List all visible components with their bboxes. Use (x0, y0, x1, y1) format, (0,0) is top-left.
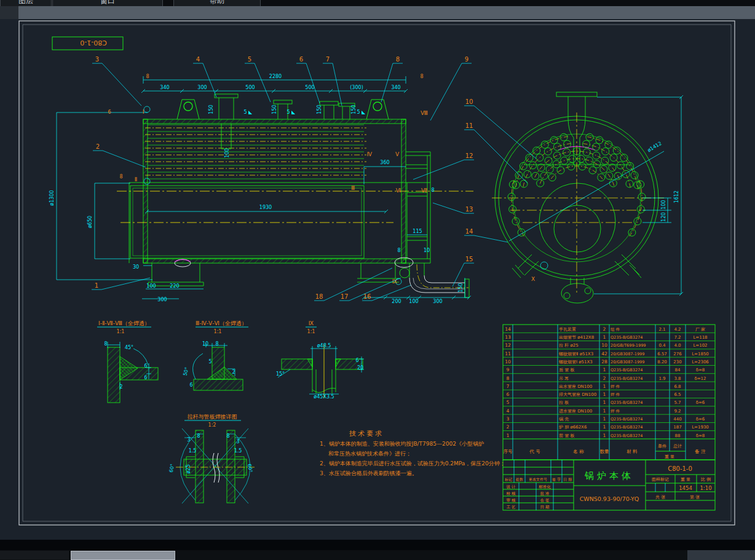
dim-label: 8 (197, 433, 200, 439)
dim-label: 100 (146, 283, 156, 289)
bom-header-code: 代 号 (529, 449, 540, 454)
bom-cell: 4 (507, 408, 510, 414)
dim-label: 300 (157, 297, 167, 302)
bom-cell: 13 (505, 334, 511, 340)
dim-label: Ⅳ (367, 151, 373, 157)
dim-label: Ⅸ (309, 320, 314, 326)
dim-label: 300 (433, 299, 442, 304)
dim-label: 20 (357, 365, 363, 371)
bom-cell: 吊 耳 (559, 376, 569, 381)
dim-label: (300) (350, 85, 363, 90)
bom-cell: δ=6 (696, 400, 705, 405)
title-scale-label: 比 例 (701, 477, 711, 482)
bom-cell: 20/GB3087-1999 (611, 360, 644, 365)
title-weight-label: 重 量 (681, 477, 690, 482)
bom-cell: 出烟管节 ø412X8 (559, 335, 594, 340)
dim-label: Ⅵ (396, 187, 401, 194)
dim-label: 6 (355, 358, 358, 363)
bom-cell: 20/GB/T699-1999 (611, 343, 646, 348)
bom-header-name: 名 称 (573, 449, 584, 454)
balloon-number: 17 (341, 293, 349, 300)
bom-cell: 6.57 (657, 352, 667, 357)
dim-label: 2280 (269, 74, 282, 79)
dim-label: 1.5 (189, 448, 197, 454)
balloon-number: 13 (465, 206, 473, 213)
bom-cell: 88 (675, 433, 681, 438)
tech-req-line: 和常压热水锅炉技术条件》进行； (328, 449, 510, 459)
dim-label: 1930 (259, 205, 272, 210)
balloon-number: 9 (465, 56, 468, 63)
bom-cell: 前 管 板 (559, 433, 574, 438)
dim-label: 500 (245, 85, 255, 90)
dim-label: ø45X3.5 (314, 394, 334, 400)
role-approve: 批 准 (540, 491, 550, 496)
balloon-number: 16 (363, 293, 371, 300)
dim-label: 6 (144, 363, 147, 369)
balloon-number: 6 (299, 56, 303, 63)
dim-label: Ⅱ (135, 176, 137, 183)
stamp-drawing-no: C80-1-0 (80, 39, 107, 47)
bom-cell: 组 件 (611, 327, 620, 332)
bom-cell: 手孔装置 (559, 327, 576, 332)
menu-item-window[interactable]: 窗口 (52, 0, 163, 6)
bom-cell: Q235-B/GB3274 (611, 417, 642, 422)
title-stamp-label: 图样标记 (652, 477, 669, 482)
dim-label: 300 (197, 85, 207, 90)
dim-label: ø1300 (49, 190, 55, 205)
bom-header-unit: 单件 (658, 444, 666, 449)
tech-req-line: 3、水压试验合格后外表刷防锈漆一遍。 (320, 468, 510, 478)
bom-cell: 8 (507, 376, 510, 381)
bom-cell: L=102 (693, 343, 707, 348)
dim-label: 1:1 (214, 329, 222, 334)
dim-label: 220 (170, 283, 179, 289)
dim-label: 1612 (674, 191, 679, 203)
bom-cell: 1 (603, 384, 606, 389)
dim-label: 3 (187, 437, 190, 443)
bom-cell: L=1850 (692, 352, 709, 357)
dim-label: 120 (661, 212, 666, 221)
bom-cell: 84 (675, 368, 681, 373)
drawing-canvas[interactable]: C80-1-0 (0, 19, 755, 540)
bom-cell: 2 (603, 326, 606, 332)
dim-label: 45° (125, 345, 133, 350)
dim-label: 100 (224, 148, 230, 157)
bom-cell: 20/GB3087-1999 (611, 352, 644, 357)
dim-label: 340 (391, 85, 400, 90)
bom-cell: L=1930 (692, 425, 709, 430)
bom-cell: 1 (603, 408, 606, 414)
bom-cell: 6.5 (674, 392, 681, 397)
toolbar-band (0, 6, 755, 19)
bom-cell: 炉 胆 ø662X6 (559, 425, 587, 430)
balloon-number: 10 (465, 98, 473, 105)
dim-label: 10 (424, 248, 430, 253)
bom-cell: 230 (673, 360, 681, 365)
bom-cell: 3.8 (674, 376, 681, 381)
bom-cell: 11 (505, 351, 511, 357)
bom-header-material: 材 料 (627, 449, 638, 454)
menu-item-layers[interactable]: 图层 (0, 0, 52, 6)
title-scale-value: 1:10 (700, 485, 711, 491)
bom-cell: 1 (603, 433, 606, 438)
dim-label: 5 (208, 359, 211, 365)
bom-cell: δ=8 (696, 368, 705, 373)
dim-label: 8 (226, 433, 229, 439)
balloon-number: 11 (465, 122, 473, 129)
bom-cell: 12 (505, 342, 511, 348)
taskbar-button[interactable] (71, 551, 175, 560)
bom-cell: 6.8 (674, 384, 681, 389)
menu-item-help[interactable]: 帮助 (173, 0, 261, 6)
role-process: 工 艺 (506, 505, 516, 510)
toolbar-corner (0, 6, 18, 19)
dim-label: 10 (202, 341, 208, 347)
title-model-no: CWNS0.93-90/70-YQ (580, 495, 639, 502)
rev-header-date: 日 期 (563, 477, 572, 482)
bom-cell: Q235-B/GB3274 (611, 400, 642, 405)
role-date: 日 期 (540, 505, 549, 510)
dim-label: Ⅰ-Ⅱ-Ⅶ-Ⅷ（全焊透） (98, 320, 150, 326)
bom-cell: 28 (601, 359, 607, 365)
dim-label: 340 (160, 85, 169, 90)
cad-application-window: 图层 窗口 帮助 C80-1-0 (0, 0, 755, 560)
dim-label: 3 (236, 439, 239, 444)
dim-label: 30 (133, 264, 139, 270)
dim-label: ø48.5 (317, 343, 331, 349)
